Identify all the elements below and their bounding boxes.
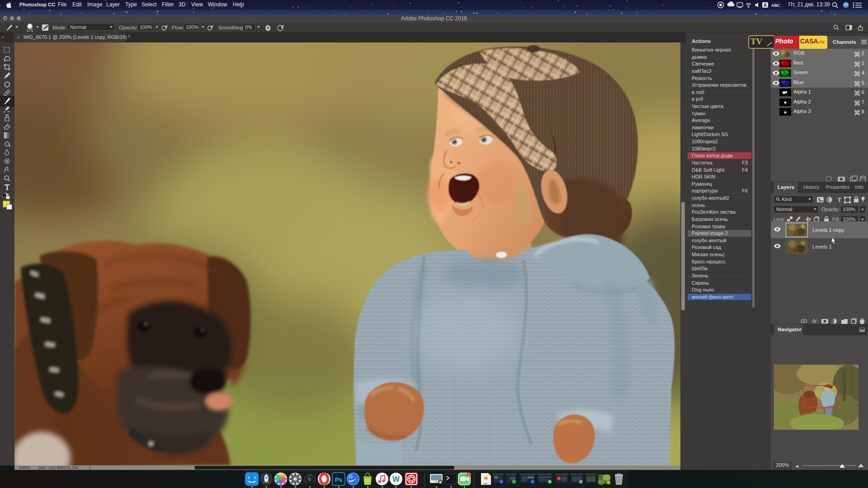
svg-text:fx: fx: [812, 318, 817, 324]
svg-text:Ps: Ps: [335, 476, 342, 483]
svg-text:2: 2: [468, 473, 470, 477]
svg-text:T: T: [838, 197, 841, 203]
svg-text:175: 175: [26, 28, 33, 32]
svg-text:W: W: [392, 475, 400, 483]
svg-text:АВС: АВС: [771, 3, 780, 8]
svg-text:MKV: MKV: [484, 482, 489, 485]
svg-text:A: A: [764, 3, 767, 8]
